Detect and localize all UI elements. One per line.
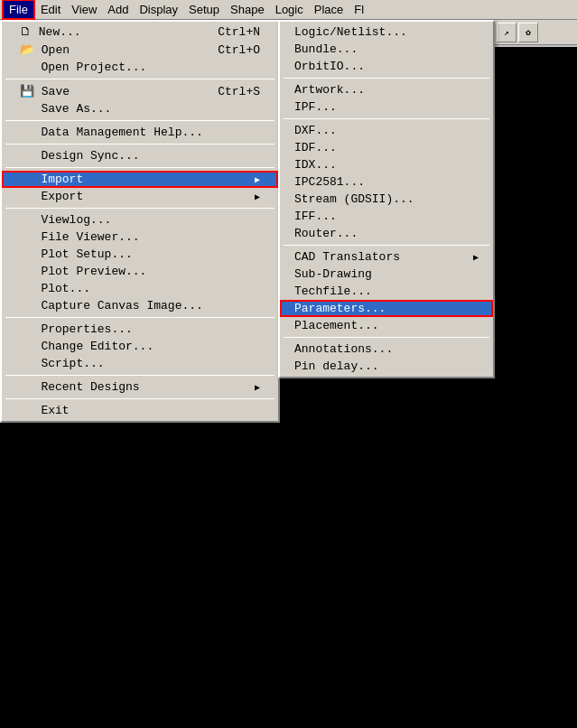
menu-item-open-project[interactable]: Open Project...: [2, 59, 278, 76]
menu-item-import[interactable]: Import ▶: [2, 171, 278, 188]
menu-item-export[interactable]: Export ▶: [2, 188, 278, 205]
menu-logic[interactable]: Logic: [270, 1, 309, 18]
menu-item-recent-designs[interactable]: Recent Designs ▶: [2, 378, 278, 396]
submenu-item-idx[interactable]: IDX...: [280, 156, 493, 173]
menu-item-script[interactable]: Script...: [2, 355, 278, 372]
menu-file[interactable]: File: [2, 0, 35, 20]
submenu-sep-4: [284, 337, 489, 338]
submenu-item-idf[interactable]: IDF...: [280, 139, 493, 156]
menu-item-design-sync[interactable]: Design Sync...: [2, 147, 278, 164]
menu-item-capture-canvas[interactable]: Capture Canvas Image...: [2, 297, 278, 314]
submenu-item-placement[interactable]: Placement...: [280, 317, 493, 334]
import-submenu: Logic/Netlist... Bundle... OrbitIO... Ar…: [278, 20, 495, 378]
menubar: File Edit View Add Display Setup Shape L…: [0, 0, 577, 20]
menu-setup[interactable]: Setup: [183, 1, 225, 18]
toolbar-btn-7[interactable]: ↗: [497, 23, 517, 42]
submenu-item-orbitio[interactable]: OrbitIO...: [280, 58, 493, 75]
submenu-item-bundle[interactable]: Bundle...: [280, 41, 493, 58]
separator-7: [5, 375, 275, 376]
submenu-item-logic-netlist[interactable]: Logic/Netlist...: [280, 23, 493, 41]
submenu-sep-3: [284, 245, 489, 246]
submenu-item-ipc2581[interactable]: IPC2581...: [280, 173, 493, 191]
menu-fl[interactable]: Fl: [349, 1, 369, 18]
menu-item-plot-setup[interactable]: Plot Setup...: [2, 246, 278, 263]
separator-2: [5, 120, 275, 121]
submenu-sep-2: [284, 118, 489, 119]
separator-3: [5, 144, 275, 145]
separator-8: [5, 398, 275, 399]
submenu-item-stream-gdsii[interactable]: Stream (GDSII)...: [280, 191, 493, 208]
menu-item-plot[interactable]: Plot...: [2, 280, 278, 297]
menu-item-plot-preview[interactable]: Plot Preview...: [2, 263, 278, 280]
separator-6: [5, 317, 275, 318]
submenu-item-router[interactable]: Router...: [280, 225, 493, 242]
submenu-item-parameters[interactable]: Parameters...: [280, 300, 493, 317]
menu-item-exit[interactable]: Exit: [2, 402, 278, 419]
separator-4: [5, 167, 275, 168]
menu-item-change-editor[interactable]: Change Editor...: [2, 338, 278, 355]
menu-shape[interactable]: Shape: [225, 1, 270, 18]
submenu-item-techfile[interactable]: Techfile...: [280, 283, 493, 300]
menu-item-open[interactable]: 📂 Open Ctrl+O: [2, 41, 278, 59]
menu-view[interactable]: View: [66, 1, 102, 18]
separator-1: [5, 79, 275, 79]
submenu-item-sub-drawing[interactable]: Sub-Drawing: [280, 266, 493, 283]
menu-item-properties[interactable]: Properties...: [2, 321, 278, 338]
submenu-item-artwork[interactable]: Artwork...: [280, 81, 493, 98]
menu-edit[interactable]: Edit: [35, 1, 66, 18]
menu-place[interactable]: Place: [309, 1, 349, 18]
submenu-item-cad-translators[interactable]: CAD Translators ▶: [280, 248, 493, 266]
toolbar-btn-8[interactable]: ✿: [518, 23, 538, 42]
menu-item-data-mgmt[interactable]: Data Management Help...: [2, 124, 278, 141]
menu-item-new[interactable]: 🗋 New... Ctrl+N: [2, 23, 278, 41]
menu-item-save-as[interactable]: Save As...: [2, 100, 278, 117]
file-menu-dropdown: 🗋 New... Ctrl+N 📂 Open Ctrl+O Open Proje…: [0, 20, 280, 423]
menu-item-viewlog[interactable]: Viewlog...: [2, 211, 278, 229]
separator-5: [5, 208, 275, 209]
submenu-item-ipf[interactable]: IPF...: [280, 98, 493, 116]
submenu-item-pin-delay[interactable]: Pin delay...: [280, 358, 493, 375]
submenu-sep-1: [284, 78, 489, 79]
submenu-item-annotations[interactable]: Annotations...: [280, 341, 493, 358]
submenu-item-iff[interactable]: IFF...: [280, 208, 493, 225]
menu-add[interactable]: Add: [102, 1, 134, 18]
menu-item-save[interactable]: 💾 Save Ctrl+S: [2, 82, 278, 100]
menu-display[interactable]: Display: [134, 1, 183, 18]
submenu-item-dxf[interactable]: DXF...: [280, 122, 493, 139]
menu-item-file-viewer[interactable]: File Viewer...: [2, 229, 278, 246]
